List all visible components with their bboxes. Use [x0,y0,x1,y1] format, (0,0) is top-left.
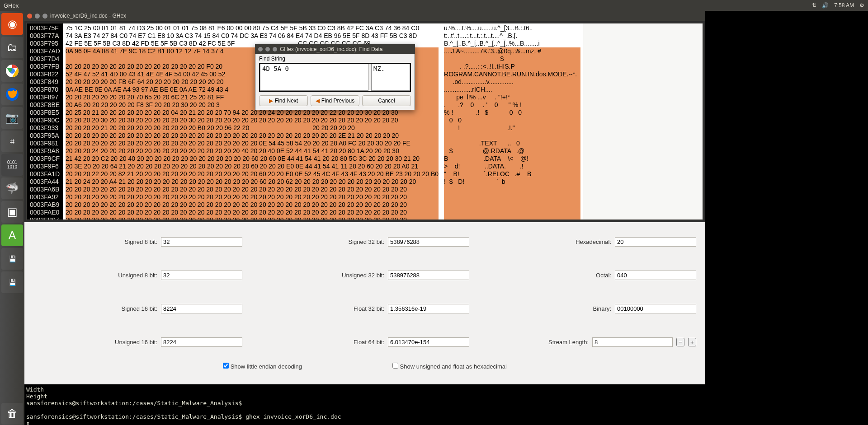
launcher-chrome-icon[interactable] [1,60,23,82]
hex-value[interactable] [615,237,696,247]
sound-icon[interactable]: 🔊 [822,2,829,9]
gear-icon[interactable]: ⚙ [859,2,864,9]
launcher-mount-icon[interactable]: 💾 [1,271,23,293]
hex-label: Hexadecimal: [561,238,611,245]
stream-dec-button[interactable]: − [676,338,684,346]
clock[interactable]: 7:58 AM [834,2,854,9]
find-previous-button[interactable]: ◀Find Previous [311,95,359,106]
offset-column: 0003F75F0003F77A0003F7950003F7AD0003F7D4… [27,23,63,220]
find-string-label: Find String [259,56,411,62]
launcher-firefox-icon[interactable] [1,84,23,105]
launcher-wireshark-icon[interactable]: 🦈 [1,177,23,199]
octal-label: Octal: [561,272,611,279]
launcher-ghex-icon[interactable]: 01011010 [1,154,23,176]
launcher-device-icon[interactable]: 💾 [1,248,23,270]
stream-length-label: Stream Length: [539,339,589,346]
unsigned-32-value[interactable] [388,271,469,280]
network-icon[interactable]: ⇅ [812,2,816,9]
minimize-icon[interactable] [35,14,40,19]
unsigned-16-label: Unsigned 16 bit: [108,339,157,346]
binary-label: Binary: [561,305,611,312]
find-ascii-input[interactable]: MZ. [371,64,410,91]
signed-32-value[interactable] [388,237,469,247]
signed-16-label: Signed 16 bit: [108,305,157,312]
binary-value[interactable] [615,304,696,313]
float-32-label: Float 32 bit: [335,305,384,312]
unity-launcher: ◉ 🗂 📷 ⌗ 01011010 🦈 ▣ A 💾 💾 🗑 [0,11,24,425]
terminal[interactable]: Width Height sansforensics@siftworkstati… [24,384,705,425]
signed-8-label: Signed 8 bit: [108,238,157,245]
launcher-files-icon[interactable]: 🗂 [1,37,23,58]
float-64-value[interactable] [388,337,469,347]
cancel-button[interactable]: Cancel [362,95,411,106]
stream-inc-button[interactable]: + [688,338,696,346]
window-titlebar[interactable]: invvoice_xorD6_inc.doc - GHex [24,11,705,21]
unsigned-16-value[interactable] [161,337,242,347]
signed-32-label: Signed 32 bit: [335,238,384,245]
ascii-column[interactable]: u.%....t.%....u......u.^_[3...B.:.t6..t:… [441,23,583,220]
launcher-calculator-icon[interactable]: ⌗ [1,131,23,152]
find-dialog: GHex (invvoice_xorD6_inc.doc): Find Data… [255,44,415,110]
close-icon[interactable] [27,14,32,19]
launcher-dash-icon[interactable]: ◉ [1,13,23,35]
launcher-trash-icon[interactable]: 🗑 [1,403,23,425]
unsigned-32-label: Unsigned 32 bit: [335,272,384,279]
float-32-value[interactable] [388,304,469,313]
octal-value[interactable] [615,271,696,280]
find-next-button[interactable]: ▶Find Next [259,95,308,106]
launcher-screenshot-icon[interactable]: 📷 [1,107,23,129]
unsigned-8-value[interactable] [161,271,242,280]
launcher-updates-icon[interactable]: A [1,224,23,246]
launcher-terminal-icon[interactable]: ▣ [1,201,23,223]
desktop-topbar: GHex ⇅ 🔊 7:58 AM ⚙ [0,0,868,11]
find-hex-input[interactable]: 4D 5A 0 [260,64,368,91]
dialog-min-icon[interactable] [265,47,270,51]
float-64-label: Float 64 bit: [335,339,384,346]
dialog-title-text: GHex (invvoice_xorD6_inc.doc): Find Data [280,46,382,52]
window-title: invvoice_xorD6_inc.doc - GHex [50,13,126,19]
unsigned-8-label: Unsigned 8 bit: [108,272,157,279]
dialog-close-icon[interactable] [258,47,263,51]
dialog-titlebar[interactable]: GHex (invvoice_xorD6_inc.doc): Find Data [255,45,415,54]
signed-16-value[interactable] [161,304,242,313]
signed-8-value[interactable] [161,237,242,247]
maximize-icon[interactable] [42,14,47,19]
topbar-app-name: GHex [4,2,19,9]
stream-length-value[interactable] [592,337,673,347]
dialog-max-icon[interactable] [273,47,277,51]
